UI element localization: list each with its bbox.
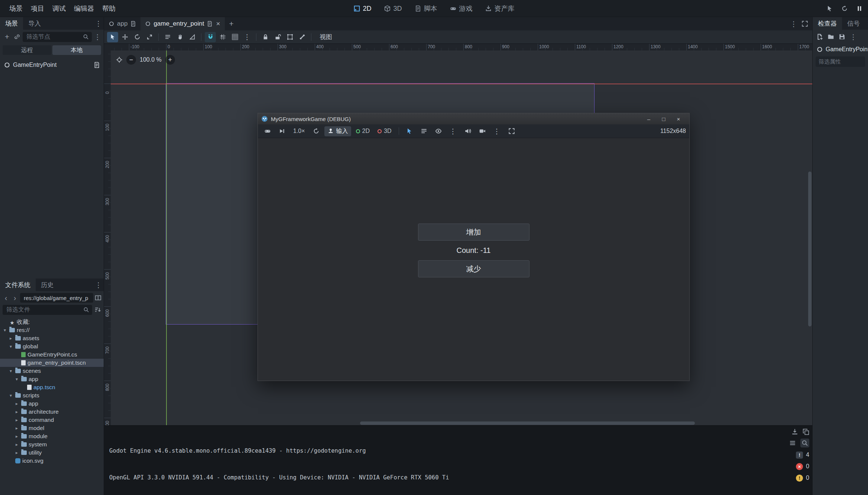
visibility-button[interactable]	[432, 127, 445, 136]
workspace-2d[interactable]: 2D	[349, 3, 376, 14]
zoom-in-button[interactable]: +	[165, 55, 175, 65]
remote-button[interactable]: 远程	[3, 45, 51, 55]
file-tree-item[interactable]: ▸assets	[0, 334, 104, 342]
scene-tabs-menu-button[interactable]: ⋮	[788, 20, 799, 28]
debug-badge[interactable]: ! 4	[796, 451, 809, 459]
file-tree-item[interactable]: ▸system	[0, 440, 104, 449]
camera-override-button[interactable]	[476, 127, 489, 136]
menu-debug[interactable]: 调试	[48, 2, 70, 15]
snap-options-button[interactable]: ⋮	[242, 32, 253, 42]
expander-icon[interactable]: ▸	[14, 450, 19, 455]
expander-icon[interactable]: ▸	[14, 417, 19, 423]
mute-audio-button[interactable]	[461, 127, 474, 136]
next-frame-button[interactable]	[276, 127, 288, 136]
add-node-button[interactable]: +	[3, 32, 12, 41]
expander-icon[interactable]: ▸	[14, 401, 19, 406]
game-session-icon[interactable]	[261, 127, 274, 136]
expander-icon[interactable]: ▸	[14, 434, 19, 439]
unlock-object-button[interactable]	[272, 32, 283, 42]
file-tree-item[interactable]: ▾app	[0, 375, 104, 383]
scene-tab-game-entry-point[interactable]: game_entry_point ×	[140, 17, 224, 30]
copy-log-icon[interactable]	[803, 429, 809, 435]
increase-button[interactable]: 增加	[418, 224, 529, 241]
scene-dock-menu-button[interactable]: ⋮	[93, 17, 104, 30]
workspace-3d[interactable]: 3D	[380, 3, 407, 14]
vertical-scrollbar[interactable]	[808, 172, 812, 326]
select-mode-button[interactable]	[403, 127, 416, 136]
minimize-button[interactable]: –	[641, 113, 656, 124]
file-tree-item[interactable]: ▸app	[0, 400, 104, 408]
reset-speed-button[interactable]	[310, 127, 323, 136]
file-tree-item[interactable]: ▸utility	[0, 449, 104, 457]
open-script-icon[interactable]	[93, 62, 100, 68]
expander-icon[interactable]: ▸	[14, 442, 19, 447]
file-tree-item[interactable]: ▾global	[0, 342, 104, 351]
workspace-script[interactable]: 脚本	[410, 2, 442, 15]
expander-icon[interactable]: ▾	[8, 368, 13, 374]
warning-badge[interactable]: ! 0	[796, 474, 809, 482]
file-filter-input[interactable]	[6, 306, 81, 313]
ruler-tool-button[interactable]	[187, 32, 198, 42]
menu-project[interactable]: 项目	[27, 2, 48, 15]
camera-options-button[interactable]: ⋮	[490, 126, 503, 137]
tab-inspector[interactable]: 检查器	[813, 17, 842, 30]
file-tree-item[interactable]: app.tscn	[0, 383, 104, 391]
embed-fullscreen-button[interactable]	[505, 127, 518, 136]
h-ruler[interactable]: -100010020030040050060070080090010001100…	[111, 44, 812, 51]
split-view-button[interactable]	[95, 294, 101, 301]
expander-icon[interactable]: ▾	[2, 328, 7, 333]
new-scene-tab-button[interactable]: +	[225, 17, 238, 30]
group-object-button[interactable]	[284, 32, 295, 42]
view-menu-button[interactable]: 视图	[315, 32, 337, 42]
log-filter-icon[interactable]	[789, 440, 796, 446]
new-resource-icon[interactable]	[816, 33, 823, 40]
tab-filesystem[interactable]: 文件系统	[0, 279, 36, 291]
file-tree-item[interactable]: ▾scenes	[0, 367, 104, 375]
mode-2d-button[interactable]: 2D	[353, 127, 373, 136]
lock-object-button[interactable]	[260, 32, 271, 42]
close-tab-icon[interactable]: ×	[216, 20, 220, 28]
expander-icon[interactable]: ▸	[14, 426, 19, 431]
select-tool-button[interactable]	[107, 32, 118, 42]
file-tree-item[interactable]: game_entry_point.tscn	[0, 359, 104, 367]
pan-tool-button[interactable]	[174, 32, 185, 42]
file-tree-item[interactable]: GameEntryPoint.cs	[0, 351, 104, 359]
center-view-icon[interactable]	[116, 56, 123, 63]
horizontal-scrollbar[interactable]	[360, 421, 695, 425]
scroll-to-bottom-icon[interactable]	[791, 429, 798, 435]
grid-snap-button[interactable]	[229, 32, 240, 42]
distraction-free-button[interactable]	[800, 20, 810, 27]
local-button[interactable]: 本地	[52, 45, 101, 55]
tab-signals[interactable]: 信号	[842, 17, 865, 30]
file-tree-item[interactable]: ▸command	[0, 416, 104, 424]
snap-toggle-button[interactable]	[205, 32, 216, 42]
2d-viewport[interactable]: − 100.0 % + MyGFrameworkGame (DEBUG) – □…	[111, 51, 812, 426]
property-filter-box[interactable]: 筛选属性	[816, 56, 865, 67]
expander-icon[interactable]: ▸	[14, 409, 19, 414]
scene-filter-input[interactable]	[26, 33, 81, 40]
scene-tree-root-node[interactable]: GameEntryPoint	[0, 59, 104, 71]
file-tree-item[interactable]: ▾scripts	[0, 391, 104, 400]
nav-forward-button[interactable]: ›	[11, 294, 19, 302]
scale-tool-button[interactable]	[144, 32, 155, 42]
file-tree-item[interactable]: ▸architecture	[0, 408, 104, 416]
game-window-titlebar[interactable]: MyGFrameworkGame (DEBUG) – □ ×	[258, 113, 689, 124]
save-resource-icon[interactable]	[839, 33, 845, 40]
error-badge[interactable]: × 0	[796, 462, 809, 470]
speed-button[interactable]: 1.0×	[290, 127, 308, 136]
file-tree-item[interactable]: ★收藏:	[0, 318, 104, 326]
v-ruler[interactable]: 0100200300400500600700800900	[104, 51, 111, 426]
workspace-game[interactable]: 游戏	[446, 2, 477, 15]
list-select-tool-button[interactable]	[162, 32, 173, 42]
instances-list-button[interactable]	[418, 127, 430, 136]
scene-tab-app[interactable]: app	[104, 17, 140, 30]
menu-help[interactable]: 帮助	[98, 2, 120, 15]
tab-import[interactable]: 导入	[23, 17, 46, 30]
close-button[interactable]: ×	[671, 113, 686, 124]
pointer-tool-icon[interactable]	[826, 5, 833, 12]
tab-scene[interactable]: 场景	[0, 17, 23, 30]
mode-3d-button[interactable]: 3D	[375, 127, 394, 136]
inspected-node-row[interactable]: GameEntryPoint...	[813, 44, 868, 55]
instance-scene-button[interactable]	[14, 33, 20, 40]
resource-options-button[interactable]: ⋮	[850, 33, 857, 41]
